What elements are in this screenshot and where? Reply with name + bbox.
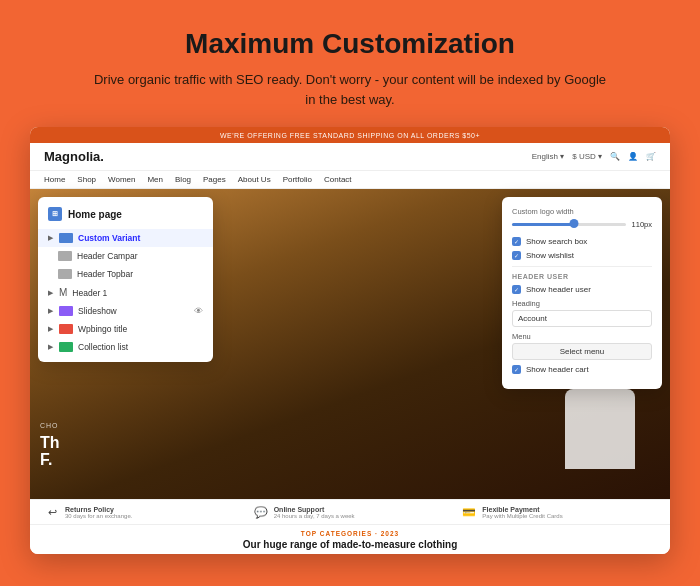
- nav-pages[interactable]: Pages: [203, 175, 226, 184]
- logo-width-label: Custom logo width: [512, 207, 652, 216]
- nav-blog[interactable]: Blog: [175, 175, 191, 184]
- returns-icon: ↩: [44, 504, 60, 520]
- site-navigation: Home Shop Women Men Blog Pages About Us …: [30, 171, 670, 189]
- browser-mockup: WE'RE OFFERING FREE STANDARD SHIPPING ON…: [30, 127, 670, 554]
- page-wrapper: Maximum Customization Drive organic traf…: [0, 0, 700, 586]
- header-topbar-icon: [58, 269, 72, 279]
- promo-bar: ↩ Returns Policy 30 days for an exchange…: [30, 499, 670, 524]
- panel-item-custom-variant[interactable]: ▶ Custom Variant: [38, 229, 213, 247]
- account-icon[interactable]: 👤: [628, 152, 638, 161]
- checkmark-icon: ✓: [514, 287, 519, 293]
- show-header-user-checkbox[interactable]: ✓: [512, 285, 521, 294]
- slider-value: 110px: [632, 220, 652, 229]
- expand-arrow-icon: ▶: [48, 234, 53, 242]
- nav-men[interactable]: Men: [147, 175, 163, 184]
- custom-variant-icon: [59, 233, 73, 243]
- search-icon[interactable]: 🔍: [610, 152, 620, 161]
- header-campar-icon: [58, 251, 72, 261]
- header-right-controls: English ▾ $ USD ▾ 🔍 👤 🛒: [532, 152, 656, 161]
- choose-label: CHO: [40, 421, 60, 431]
- nav-contact[interactable]: Contact: [324, 175, 352, 184]
- panel-item-slideshow[interactable]: ▶ Slideshow 👁: [38, 302, 213, 320]
- header-user-section-title: HEADER USER: [512, 273, 652, 280]
- panel-item-header1[interactable]: ▶ M Header 1: [38, 283, 213, 302]
- hero-text-overlay: CHO ThF.: [40, 421, 60, 469]
- show-search-label: Show search box: [526, 237, 587, 246]
- expand-wpbingo-icon: ▶: [48, 325, 53, 333]
- promo-returns: ↩ Returns Policy 30 days for an exchange…: [44, 504, 239, 520]
- section-divider: [512, 266, 652, 267]
- visibility-eye-icon[interactable]: 👁: [194, 306, 203, 316]
- panel-title: ⊞ Home page: [38, 207, 213, 229]
- show-header-user-checkbox-row: ✓ Show header user: [512, 285, 652, 294]
- header1-m-icon: M: [59, 287, 67, 298]
- panel-item-collection[interactable]: ▶ Collection list: [38, 338, 213, 356]
- logo-width-slider-row: 110px: [512, 220, 652, 229]
- promo-payment-text: Flexible Payment Pay with Multiple Credi…: [482, 506, 562, 519]
- footer-category-tag: TOP CATEGORIES · 2023: [44, 530, 656, 537]
- nav-portfolio[interactable]: Portfolio: [283, 175, 312, 184]
- currency-switcher[interactable]: $ USD ▾: [572, 152, 602, 161]
- promo-support-text: Online Support 24 hours a day, 7 days a …: [274, 506, 355, 519]
- promo-returns-text: Returns Policy 30 days for an exchange.: [65, 506, 132, 519]
- payment-icon: 💳: [461, 504, 477, 520]
- show-cart-checkbox-row: ✓ Show header cart: [512, 365, 652, 374]
- panel-item-wpbingo[interactable]: ▶ Wpbingo title: [38, 320, 213, 338]
- footer-categories-section: TOP CATEGORIES · 2023 Our huge range of …: [30, 524, 670, 554]
- site-header: Magnolia. English ▾ $ USD ▾ 🔍 👤 🛒: [30, 143, 670, 171]
- panel-grid-icon: ⊞: [48, 207, 62, 221]
- settings-panel: Custom logo width 110px ✓ Show search bo…: [502, 197, 662, 389]
- nav-women[interactable]: Women: [108, 175, 135, 184]
- nav-home[interactable]: Home: [44, 175, 65, 184]
- show-wishlist-checkbox-row: ✓ Show wishlist: [512, 251, 652, 260]
- language-switcher[interactable]: English ▾: [532, 152, 564, 161]
- menu-select-button[interactable]: Select menu: [512, 343, 652, 360]
- expand-collection-icon: ▶: [48, 343, 53, 351]
- show-cart-label: Show header cart: [526, 365, 589, 374]
- heading-input[interactable]: [512, 310, 652, 327]
- slider-fill: [512, 223, 574, 226]
- show-wishlist-label: Show wishlist: [526, 251, 574, 260]
- promo-support: 💬 Online Support 24 hours a day, 7 days …: [253, 504, 448, 520]
- checkmark-icon: ✓: [514, 239, 519, 245]
- wpbingo-label: Wpbingo title: [78, 324, 127, 334]
- show-cart-checkbox[interactable]: ✓: [512, 365, 521, 374]
- site-content-area: CHO ThF. ⊞ Home page ▶ Custom Variant: [30, 189, 670, 499]
- collection-icon: [59, 342, 73, 352]
- customizer-panel: ⊞ Home page ▶ Custom Variant Header Camp…: [38, 197, 213, 362]
- slideshow-icon: [59, 306, 73, 316]
- hero-big-text: ThF.: [40, 434, 60, 469]
- menu-field-label: Menu: [512, 332, 652, 341]
- header-topbar-label: Header Topbar: [77, 269, 133, 279]
- nav-about[interactable]: About Us: [238, 175, 271, 184]
- show-wishlist-checkbox[interactable]: ✓: [512, 251, 521, 260]
- support-icon: 💬: [253, 504, 269, 520]
- cart-icon[interactable]: 🛒: [646, 152, 656, 161]
- slider-thumb[interactable]: [570, 219, 579, 228]
- heading-field-label: Heading: [512, 299, 652, 308]
- show-search-checkbox-row: ✓ Show search box: [512, 237, 652, 246]
- expand-slideshow-icon: ▶: [48, 307, 53, 315]
- custom-variant-label: Custom Variant: [78, 233, 140, 243]
- checkmark-icon: ✓: [514, 253, 519, 259]
- collection-label: Collection list: [78, 342, 128, 352]
- page-subtext: Drive organic traffic with SEO ready. Do…: [90, 70, 610, 109]
- nav-shop[interactable]: Shop: [77, 175, 96, 184]
- site-logo: Magnolia.: [44, 149, 104, 164]
- header1-label: Header 1: [72, 288, 107, 298]
- footer-section-heading: Our huge range of made-to-measure clothi…: [44, 539, 656, 550]
- expand-header1-icon: ▶: [48, 289, 53, 297]
- page-headline: Maximum Customization: [185, 28, 515, 60]
- shirt-shape: [565, 389, 635, 469]
- show-header-user-label: Show header user: [526, 285, 591, 294]
- promo-announcement-bar: WE'RE OFFERING FREE STANDARD SHIPPING ON…: [30, 127, 670, 143]
- show-search-checkbox[interactable]: ✓: [512, 237, 521, 246]
- logo-width-slider-track[interactable]: [512, 223, 626, 226]
- header-campar-label: Header Campar: [77, 251, 137, 261]
- wpbingo-icon: [59, 324, 73, 334]
- slideshow-label: Slideshow: [78, 306, 117, 316]
- panel-item-header-topbar[interactable]: Header Topbar: [48, 265, 213, 283]
- panel-item-header-campar[interactable]: Header Campar: [48, 247, 213, 265]
- promo-payment: 💳 Flexible Payment Pay with Multiple Cre…: [461, 504, 656, 520]
- checkmark-icon: ✓: [514, 367, 519, 373]
